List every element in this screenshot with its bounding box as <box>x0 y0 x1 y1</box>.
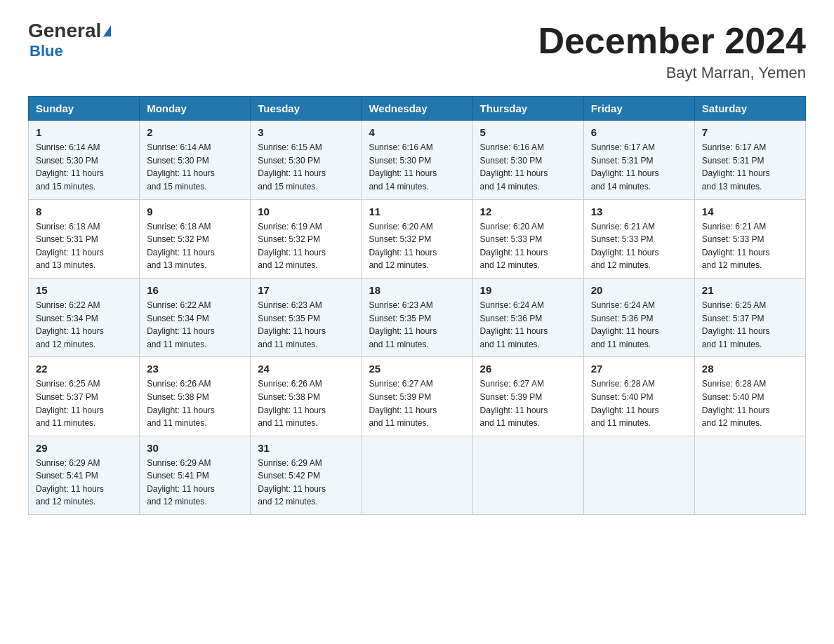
calendar-cell: 26 Sunrise: 6:27 AM Sunset: 5:39 PM Dayl… <box>472 357 583 436</box>
calendar-week-row: 8 Sunrise: 6:18 AM Sunset: 5:31 PM Dayli… <box>29 199 806 278</box>
calendar-cell: 19 Sunrise: 6:24 AM Sunset: 5:36 PM Dayl… <box>472 278 583 356</box>
day-info: Sunrise: 6:16 AM Sunset: 5:30 PM Dayligh… <box>480 141 576 193</box>
day-number: 26 <box>480 363 576 375</box>
day-number: 1 <box>36 126 132 138</box>
day-info: Sunrise: 6:23 AM Sunset: 5:35 PM Dayligh… <box>258 299 354 351</box>
calendar-cell: 13 Sunrise: 6:21 AM Sunset: 5:33 PM Dayl… <box>583 199 694 278</box>
calendar-cell: 24 Sunrise: 6:26 AM Sunset: 5:38 PM Dayl… <box>251 357 362 436</box>
calendar-cell: 21 Sunrise: 6:25 AM Sunset: 5:37 PM Dayl… <box>694 278 805 356</box>
day-info: Sunrise: 6:17 AM Sunset: 5:31 PM Dayligh… <box>702 141 798 193</box>
day-info: Sunrise: 6:28 AM Sunset: 5:40 PM Dayligh… <box>591 377 687 429</box>
day-info: Sunrise: 6:22 AM Sunset: 5:34 PM Dayligh… <box>147 299 243 351</box>
calendar-cell: 22 Sunrise: 6:25 AM Sunset: 5:37 PM Dayl… <box>29 357 140 436</box>
calendar-cell: 20 Sunrise: 6:24 AM Sunset: 5:36 PM Dayl… <box>583 278 694 356</box>
day-number: 27 <box>591 363 687 375</box>
calendar-cell: 14 Sunrise: 6:21 AM Sunset: 5:33 PM Dayl… <box>694 199 805 278</box>
location: Bayt Marran, Yemen <box>538 64 806 82</box>
calendar-cell: 29 Sunrise: 6:29 AM Sunset: 5:41 PM Dayl… <box>29 436 140 514</box>
calendar-cell: 8 Sunrise: 6:18 AM Sunset: 5:31 PM Dayli… <box>29 199 140 278</box>
day-info: Sunrise: 6:29 AM Sunset: 5:42 PM Dayligh… <box>258 457 354 509</box>
day-info: Sunrise: 6:20 AM Sunset: 5:32 PM Dayligh… <box>369 220 465 272</box>
day-info: Sunrise: 6:14 AM Sunset: 5:30 PM Dayligh… <box>147 141 243 193</box>
header-tuesday: Tuesday <box>251 97 362 121</box>
day-number: 10 <box>258 206 354 217</box>
calendar-cell: 6 Sunrise: 6:17 AM Sunset: 5:31 PM Dayli… <box>583 121 694 199</box>
day-info: Sunrise: 6:21 AM Sunset: 5:33 PM Dayligh… <box>591 220 687 272</box>
day-number: 8 <box>36 206 132 217</box>
day-info: Sunrise: 6:25 AM Sunset: 5:37 PM Dayligh… <box>702 299 798 351</box>
calendar-week-row: 29 Sunrise: 6:29 AM Sunset: 5:41 PM Dayl… <box>29 436 806 514</box>
day-info: Sunrise: 6:21 AM Sunset: 5:33 PM Dayligh… <box>702 220 798 272</box>
logo-blue-text: Blue <box>29 42 63 60</box>
day-info: Sunrise: 6:27 AM Sunset: 5:39 PM Dayligh… <box>480 377 576 429</box>
calendar-cell: 27 Sunrise: 6:28 AM Sunset: 5:40 PM Dayl… <box>583 357 694 436</box>
day-info: Sunrise: 6:24 AM Sunset: 5:36 PM Dayligh… <box>591 299 687 351</box>
day-number: 3 <box>258 126 354 138</box>
day-number: 2 <box>147 126 243 138</box>
day-number: 5 <box>480 126 576 138</box>
day-info: Sunrise: 6:29 AM Sunset: 5:41 PM Dayligh… <box>147 457 243 509</box>
header-saturday: Saturday <box>694 97 805 121</box>
header-sunday: Sunday <box>29 97 140 121</box>
day-number: 7 <box>702 126 798 138</box>
day-info: Sunrise: 6:29 AM Sunset: 5:41 PM Dayligh… <box>36 457 132 509</box>
calendar-cell: 18 Sunrise: 6:23 AM Sunset: 5:35 PM Dayl… <box>362 278 472 356</box>
calendar-cell: 12 Sunrise: 6:20 AM Sunset: 5:33 PM Dayl… <box>472 199 583 278</box>
day-number: 28 <box>702 363 798 375</box>
calendar-cell <box>583 436 694 514</box>
day-number: 25 <box>369 363 465 375</box>
calendar-header-row: SundayMondayTuesdayWednesdayThursdayFrid… <box>29 97 806 121</box>
day-number: 17 <box>258 284 354 296</box>
calendar-cell: 2 Sunrise: 6:14 AM Sunset: 5:30 PM Dayli… <box>140 121 251 199</box>
day-info: Sunrise: 6:28 AM Sunset: 5:40 PM Dayligh… <box>702 377 798 429</box>
day-number: 16 <box>147 284 243 296</box>
calendar-cell: 16 Sunrise: 6:22 AM Sunset: 5:34 PM Dayl… <box>140 278 251 356</box>
day-number: 13 <box>591 206 687 217</box>
calendar-week-row: 15 Sunrise: 6:22 AM Sunset: 5:34 PM Dayl… <box>29 278 806 356</box>
calendar-cell: 30 Sunrise: 6:29 AM Sunset: 5:41 PM Dayl… <box>140 436 251 514</box>
calendar-cell: 25 Sunrise: 6:27 AM Sunset: 5:39 PM Dayl… <box>362 357 472 436</box>
header-friday: Friday <box>583 97 694 121</box>
calendar-cell: 9 Sunrise: 6:18 AM Sunset: 5:32 PM Dayli… <box>140 199 251 278</box>
day-number: 29 <box>36 442 132 454</box>
calendar-cell: 23 Sunrise: 6:26 AM Sunset: 5:38 PM Dayl… <box>140 357 251 436</box>
day-number: 9 <box>147 206 243 217</box>
day-info: Sunrise: 6:16 AM Sunset: 5:30 PM Dayligh… <box>369 141 465 193</box>
day-number: 15 <box>36 284 132 296</box>
calendar-cell: 10 Sunrise: 6:19 AM Sunset: 5:32 PM Dayl… <box>251 199 362 278</box>
day-number: 19 <box>480 284 576 296</box>
day-info: Sunrise: 6:18 AM Sunset: 5:31 PM Dayligh… <box>36 220 132 272</box>
day-info: Sunrise: 6:17 AM Sunset: 5:31 PM Dayligh… <box>591 141 687 193</box>
calendar-cell: 17 Sunrise: 6:23 AM Sunset: 5:35 PM Dayl… <box>251 278 362 356</box>
day-info: Sunrise: 6:23 AM Sunset: 5:35 PM Dayligh… <box>369 299 465 351</box>
day-info: Sunrise: 6:15 AM Sunset: 5:30 PM Dayligh… <box>258 141 354 193</box>
day-info: Sunrise: 6:14 AM Sunset: 5:30 PM Dayligh… <box>36 141 132 193</box>
day-number: 11 <box>369 206 465 217</box>
day-number: 12 <box>480 206 576 217</box>
calendar-cell: 1 Sunrise: 6:14 AM Sunset: 5:30 PM Dayli… <box>29 121 140 199</box>
day-info: Sunrise: 6:18 AM Sunset: 5:32 PM Dayligh… <box>147 220 243 272</box>
day-info: Sunrise: 6:22 AM Sunset: 5:34 PM Dayligh… <box>36 299 132 351</box>
day-number: 6 <box>591 126 687 138</box>
calendar-table: SundayMondayTuesdayWednesdayThursdayFrid… <box>28 96 806 515</box>
day-number: 14 <box>702 206 798 217</box>
calendar-cell <box>694 436 805 514</box>
calendar-cell: 11 Sunrise: 6:20 AM Sunset: 5:32 PM Dayl… <box>362 199 472 278</box>
calendar-cell: 3 Sunrise: 6:15 AM Sunset: 5:30 PM Dayli… <box>251 121 362 199</box>
day-number: 20 <box>591 284 687 296</box>
calendar-cell: 4 Sunrise: 6:16 AM Sunset: 5:30 PM Dayli… <box>362 121 472 199</box>
day-number: 23 <box>147 363 243 375</box>
day-number: 30 <box>147 442 243 454</box>
day-info: Sunrise: 6:20 AM Sunset: 5:33 PM Dayligh… <box>480 220 576 272</box>
logo: General Blue <box>28 21 111 60</box>
day-info: Sunrise: 6:26 AM Sunset: 5:38 PM Dayligh… <box>147 377 243 429</box>
calendar-cell: 28 Sunrise: 6:28 AM Sunset: 5:40 PM Dayl… <box>694 357 805 436</box>
day-info: Sunrise: 6:24 AM Sunset: 5:36 PM Dayligh… <box>480 299 576 351</box>
title-area: December 2024 Bayt Marran, Yemen <box>538 21 806 82</box>
page-header: General Blue December 2024 Bayt Marran, … <box>28 21 806 82</box>
calendar-cell: 7 Sunrise: 6:17 AM Sunset: 5:31 PM Dayli… <box>694 121 805 199</box>
calendar-cell <box>472 436 583 514</box>
calendar-cell <box>362 436 472 514</box>
day-info: Sunrise: 6:26 AM Sunset: 5:38 PM Dayligh… <box>258 377 354 429</box>
day-info: Sunrise: 6:27 AM Sunset: 5:39 PM Dayligh… <box>369 377 465 429</box>
